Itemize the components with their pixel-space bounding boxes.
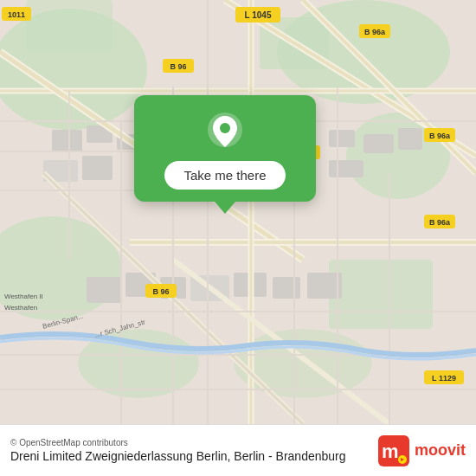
svg-text:B 96a: B 96a	[429, 218, 451, 227]
svg-rect-5	[329, 260, 433, 329]
moovit-text: moovit	[415, 441, 466, 460]
moovit-logo: m moovit	[378, 435, 466, 466]
svg-rect-15	[82, 156, 113, 180]
svg-rect-25	[273, 277, 300, 299]
svg-rect-16	[329, 130, 355, 147]
svg-rect-17	[363, 134, 394, 153]
svg-text:Westhafen: Westhafen	[4, 304, 37, 312]
svg-text:L 1129: L 1129	[432, 374, 456, 383]
svg-rect-10	[52, 130, 82, 151]
svg-rect-7	[26, 0, 113, 52]
svg-point-9	[234, 329, 372, 398]
take-me-there-button[interactable]: Take me there	[164, 161, 285, 190]
svg-text:1011: 1011	[8, 10, 25, 19]
svg-text:L 1045: L 1045	[245, 10, 272, 20]
map-container: L 1045 B 96 B 96a B 96a B 96a .1004 B 96…	[0, 0, 476, 424]
svg-rect-20	[87, 277, 121, 303]
svg-text:B 96a: B 96a	[364, 28, 386, 36]
svg-point-8	[78, 329, 199, 398]
location-pin-icon	[204, 111, 246, 152]
svg-text:B 96: B 96	[170, 62, 186, 71]
svg-rect-18	[398, 128, 422, 150]
svg-text:m: m	[382, 441, 399, 462]
bottom-bar: © OpenStreetMap contributors Dreni Limit…	[0, 424, 476, 476]
osm-credit: © OpenStreetMap contributors	[10, 438, 346, 447]
svg-point-4	[346, 113, 450, 199]
bottom-left-info: © OpenStreetMap contributors Dreni Limit…	[10, 438, 346, 463]
svg-text:B 96a: B 96a	[429, 132, 451, 140]
svg-point-78	[220, 123, 230, 133]
map-background: L 1045 B 96 B 96a B 96a B 96a .1004 B 96…	[0, 0, 476, 424]
svg-rect-19	[329, 160, 363, 177]
popup-card: Take me there	[134, 95, 316, 202]
svg-text:Westhafen II: Westhafen II	[4, 293, 43, 300]
moovit-icon: m	[378, 435, 409, 466]
svg-text:B 96: B 96	[152, 287, 169, 296]
location-title: Dreni Limited Zweigniederlassung Berlin,…	[10, 449, 346, 463]
